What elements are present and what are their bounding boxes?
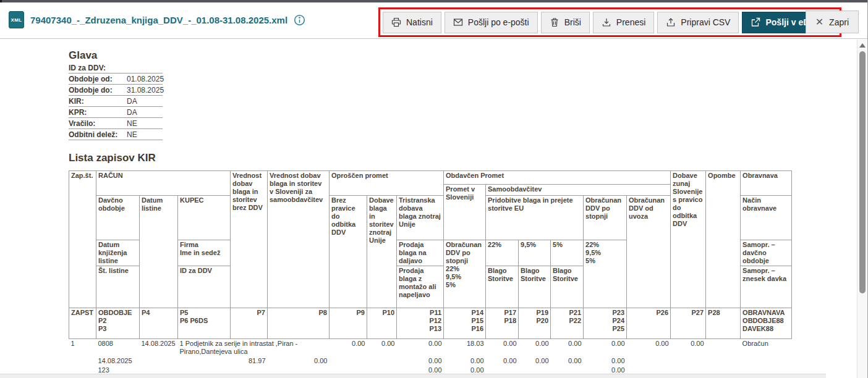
kir-header-row-1: Zap.št. RAČUN Vrednost dobav blaga in st… bbox=[69, 171, 792, 185]
zapst-c8: P10 bbox=[367, 308, 397, 339]
trash-icon bbox=[550, 17, 560, 27]
envelope-icon bbox=[453, 17, 463, 27]
col-pridobitve-eu: Pridobitve blaga in prejete storitve EU bbox=[486, 196, 584, 240]
col-blago-storitve-5: Blago Storitve bbox=[551, 266, 584, 308]
zapst-c4: P5 P6 P6DS bbox=[178, 308, 231, 339]
viewer-window: XML 79407340_-_Zdruzena_knjiga_DDV_-_01.… bbox=[0, 0, 868, 378]
col-nacin-obravnave: Način obravnave bbox=[741, 196, 792, 240]
header-bar: XML 79407340_-_Zdruzena_knjiga_DDV_-_01.… bbox=[0, 2, 867, 39]
col-stopnje-stack: 22% 9,5% 5% bbox=[584, 240, 627, 308]
zapst-c12: P19 P20 bbox=[519, 308, 551, 339]
close-label: Zapri bbox=[829, 17, 849, 27]
prepare-csv-label: Pripravi CSV bbox=[681, 17, 730, 27]
cell-p19: 0.00 bbox=[519, 339, 551, 357]
cell-davcno: 0808 bbox=[96, 339, 140, 357]
cell-p28 bbox=[706, 339, 741, 357]
cell-datum-knjizenja: 14.08.2025 bbox=[96, 356, 140, 366]
cell-p11: 0.00 bbox=[397, 339, 444, 357]
xml-file-icon: XML bbox=[9, 11, 24, 28]
cell-zap: 1 bbox=[69, 339, 96, 357]
zapst-c17: P28 bbox=[706, 308, 741, 339]
download-label: Prenesi bbox=[616, 17, 645, 27]
col-prodaja-daljavo: Prodaja blaga na daljavo bbox=[397, 240, 444, 266]
zapst-c14: P23 P24 P25 bbox=[584, 308, 627, 339]
highlight-rectangle: Natisni Pošlji po e-pošti Briši Prenesi … bbox=[378, 7, 841, 37]
col-kupec: KUPEC bbox=[178, 196, 231, 240]
col-zapst: Zap.št. bbox=[69, 171, 96, 308]
scrollbar-thumb[interactable] bbox=[859, 51, 866, 293]
glava-row: Odbitni delež:NE bbox=[69, 129, 163, 140]
cell-p17: 0.00 bbox=[486, 339, 519, 357]
cell-p15: 0.00 bbox=[444, 356, 486, 366]
vertical-scrollbar[interactable] bbox=[857, 40, 867, 378]
zapst-c5: P7 bbox=[231, 308, 268, 339]
glava-row: Vračilo:NE bbox=[69, 118, 163, 129]
col-obravnava: Obravnava bbox=[741, 171, 792, 196]
col-st-listine: Št. listine bbox=[96, 266, 140, 308]
zapst-c7: P9 bbox=[330, 308, 367, 339]
cell-p24: 0.00 bbox=[584, 356, 627, 366]
col-datum-listine: Datum listine bbox=[140, 196, 178, 308]
glava-row: Obdobje od:01.08.2025 bbox=[69, 74, 163, 85]
col-blago-storitve-22: Blago Storitve bbox=[486, 266, 519, 308]
col-samopr-obdobje: Samopr. – davčno obdobje bbox=[741, 240, 792, 266]
delete-button[interactable]: Briši bbox=[541, 12, 590, 33]
glava-row: KPR:DA bbox=[69, 107, 163, 118]
cell-p23: 0.00 bbox=[584, 339, 627, 357]
cell-p26: 0.00 bbox=[627, 339, 671, 357]
col-opombe: Opombe bbox=[706, 171, 741, 308]
zapst-c15: P26 bbox=[627, 308, 671, 339]
horizontal-scrollbar-track[interactable] bbox=[0, 374, 826, 378]
info-icon[interactable] bbox=[294, 14, 305, 26]
col-promet-si-stopnje: Obračunan DDV po stopnji 22% 9,5% 5% bbox=[444, 240, 486, 308]
scroll-up-arrow-icon[interactable] bbox=[859, 43, 866, 48]
col-blago-storitve-95: Blago Storitve bbox=[519, 266, 551, 308]
close-button[interactable]: ✕ Zapri bbox=[806, 10, 859, 33]
glava-table: ID za DDV: Obdobje od:01.08.2025 Obdobje… bbox=[69, 62, 163, 140]
zapst-c13: P21 P22 bbox=[551, 308, 584, 339]
cell-kupec: 1 Podjetnik za serije in intrastat ,Pira… bbox=[178, 339, 330, 357]
cell-p20: 0.00 bbox=[519, 356, 551, 366]
send-email-button[interactable]: Pošlji po e-pošti bbox=[445, 12, 538, 33]
kir-record-subrow: 14.08.2025 81.97 0.00 0.00 0.00 0.00 0.0… bbox=[69, 356, 792, 366]
col-obdavcen-promet: Obdavčen Promet bbox=[444, 171, 671, 185]
download-button[interactable]: Prenesi bbox=[593, 12, 654, 33]
download-icon bbox=[602, 17, 611, 27]
glava-title: Glava bbox=[69, 49, 97, 62]
col-promet-slovenija: Promet v Sloveniji bbox=[444, 185, 486, 240]
cell-p12: 0.00 bbox=[397, 356, 444, 366]
print-label: Natisni bbox=[406, 17, 433, 27]
col-racun: RAČUN bbox=[96, 171, 231, 196]
col-p7: Vrednost dobav blaga in storitev brez DD… bbox=[231, 171, 268, 308]
printer-icon bbox=[391, 17, 401, 27]
glava-row: Obdobje do:31.08.2025 bbox=[69, 85, 163, 96]
cell-p10: 0.00 bbox=[367, 339, 397, 357]
zapst-c18: OBRAVNAVA OBDOBJE88 DAVEK88 bbox=[741, 308, 792, 339]
col-obracunan-uvoz: Obračunan DDV od uvoza bbox=[627, 196, 671, 308]
file-title: XML 79407340_-_Zdruzena_knjiga_DDV_-_01.… bbox=[9, 11, 305, 28]
prepare-csv-button[interactable]: Pripravi CSV bbox=[657, 12, 739, 33]
col-oproscen-promet: Oproščen promet bbox=[330, 171, 444, 196]
cell-p7: 81.97 bbox=[231, 356, 268, 366]
zapst-c6: P8 bbox=[268, 308, 330, 339]
delete-label: Briši bbox=[564, 17, 581, 27]
cell-obravnava: Obračun bbox=[741, 339, 792, 357]
cell-p14: 18.03 bbox=[444, 339, 486, 357]
external-link-icon bbox=[751, 17, 760, 27]
zapst-c10: P14 P15 P16 bbox=[444, 308, 486, 339]
col-brez-pravice: Brez pravice do odbitka DDV bbox=[330, 196, 367, 308]
col-davcno-obdobje: Davčno obdobje bbox=[96, 196, 140, 240]
col-samoobdavcitev: Samoobdavčitev bbox=[486, 185, 671, 196]
file-name: 79407340_-_Zdruzena_knjiga_DDV_-_01.08-3… bbox=[30, 15, 287, 25]
send-email-label: Pošlji po e-pošti bbox=[468, 17, 529, 27]
cell-p18: 0.00 bbox=[486, 356, 519, 366]
kir-table: Zap.št. RAČUN Vrednost dobav blaga in st… bbox=[69, 170, 792, 376]
col-pct-22: 22% bbox=[486, 240, 519, 266]
cell-p9: 0.00 bbox=[330, 339, 367, 357]
print-button[interactable]: Natisni bbox=[383, 12, 441, 33]
glava-row: ID za DDV: bbox=[69, 62, 163, 74]
col-pct-5: 5% bbox=[551, 240, 584, 266]
kir-zapst-row: ZAPST OBDOBJE P2 P3 P4 P5 P6 P6DS P7 P8 … bbox=[69, 308, 792, 339]
cell-p27: 0.00 bbox=[671, 339, 706, 357]
cell-p22: 0.00 bbox=[551, 356, 584, 366]
